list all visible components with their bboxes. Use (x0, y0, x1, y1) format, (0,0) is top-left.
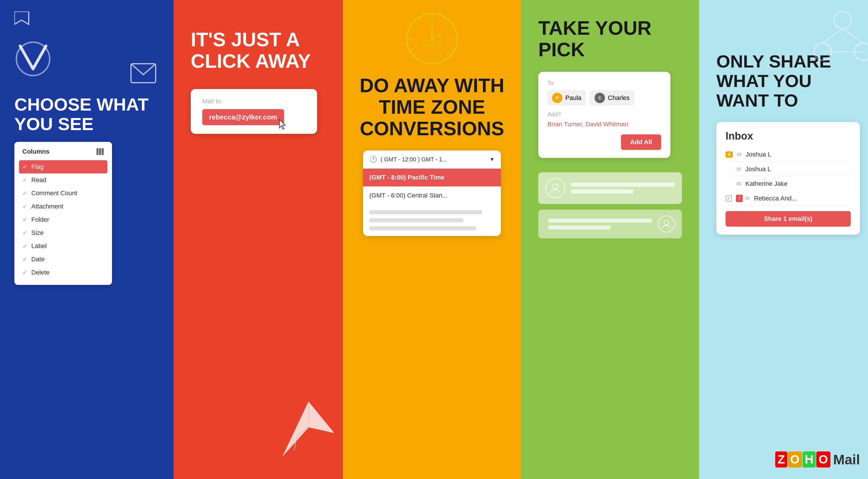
list-item-read[interactable]: ✓ Read (22, 173, 104, 187)
list-item-size[interactable]: ✓ Size (22, 226, 104, 240)
dropdown-arrow-icon: ▼ (490, 157, 495, 163)
envelope-icon-3: ✉ (737, 180, 741, 187)
paper-plane-icon (280, 398, 337, 462)
svg-line-21 (450, 49, 454, 51)
add-label: Add? (548, 111, 661, 118)
zoho-logo: Z O H O (775, 451, 830, 468)
panel4-title: TAKE YOUR PICK (538, 17, 682, 60)
panel-click-away: IT'S JUST A CLICK AWAY Mail to: rebecca@… (174, 0, 343, 479)
list-item-flag[interactable]: ✓ Flag (19, 160, 107, 173)
panel-timezone: TOKYO DO AWAY WITH TIME ZONE CONVERSIONS… (343, 0, 521, 479)
clock-icon: TOKYO (405, 11, 459, 66)
timezone-placeholder-lines (363, 204, 501, 236)
envelope-icon-4: ✉ (745, 195, 750, 202)
zoho-o1: O (788, 451, 802, 468)
to-label: To (548, 80, 661, 87)
inbox-card: Inbox 4 ✉ Joshua L ✉ Joshua L ✉ Katherin… (716, 122, 860, 235)
svg-point-1 (17, 42, 50, 75)
mail-to-card: Mail to: rebecca@zylker.com (191, 89, 317, 134)
svg-marker-0 (14, 11, 29, 24)
columns-icon (96, 148, 104, 156)
panel-share: ONLY SHARE WHAT YOU WANT TO Inbox 4 ✉ Jo… (699, 0, 868, 479)
recipient-paula[interactable]: P Paula (548, 91, 586, 105)
envelope-icon-2: ✉ (737, 166, 741, 172)
panel-take-your-pick: TAKE YOUR PICK To P Paula C Charles Add?… (521, 0, 699, 479)
svg-text:TOKYO: TOKYO (423, 43, 442, 48)
v-logo-icon (14, 40, 52, 77)
svg-line-33 (823, 29, 843, 43)
envelope-icon (130, 63, 156, 83)
svg-point-26 (430, 37, 434, 40)
zoho-o2: O (816, 451, 830, 468)
line-3 (548, 219, 652, 223)
list-item-label[interactable]: ✓ Label (22, 240, 104, 253)
svg-line-12 (415, 22, 418, 25)
svg-line-18 (410, 27, 414, 28)
contact-card-1 (538, 172, 682, 204)
svg-line-34 (843, 29, 863, 43)
share-badge-icon: ⤴ (736, 195, 743, 202)
svg-point-28 (553, 184, 558, 189)
columns-card: Columns ✓ Flag ✓ Read ✓ Comment Count ✓ … (14, 142, 112, 285)
line-1 (571, 183, 675, 187)
inbox-row-2[interactable]: ✉ Joshua L (725, 163, 851, 176)
timezone-card: 🕐 ( GMT - 12:00 ) GMT - 1... ▼ (GMT - 8:… (363, 151, 501, 236)
svg-line-19 (410, 49, 414, 51)
zoho-z: Z (775, 451, 787, 468)
charles-avatar: C (595, 93, 605, 103)
email-badge: rebecca@zylker.com (202, 109, 284, 125)
person-icon-1 (545, 178, 565, 198)
zoho-h: H (803, 451, 816, 468)
panel-choose: CHOOSE WHAT YOU SEE Columns ✓ Flag ✓ Rea… (0, 0, 174, 479)
mail-label-text: Mail (833, 452, 860, 468)
panel1-title: CHOOSE WHAT YOU SEE (14, 95, 159, 134)
suggestions-text: Brian Turner, David Whitman (548, 121, 661, 128)
recipient-charles[interactable]: C Charles (590, 91, 634, 105)
svg-line-17 (442, 17, 444, 21)
zoho-mail-logo: Z O H O Mail (775, 451, 860, 468)
svg-line-25 (432, 33, 442, 39)
timezone-dropdown[interactable]: 🕐 ( GMT - 12:00 ) GMT - 1... ▼ (363, 151, 501, 168)
inbox-title: Inbox (725, 130, 851, 142)
line-2 (571, 190, 633, 194)
mail-to-label: Mail to: (202, 98, 306, 105)
recipients-list: P Paula C Charles (548, 91, 661, 105)
flag-icon (14, 11, 32, 32)
card-lines-2 (548, 219, 652, 229)
timezone-option-pacific[interactable]: (GMT - 8:00) Pacific Time (363, 168, 501, 186)
checkbox-4[interactable]: ✓ (725, 195, 732, 201)
add-all-button[interactable]: Add All (621, 134, 661, 150)
inbox-row-3[interactable]: ✉ Katherine Jake (725, 177, 851, 191)
list-item-attachment[interactable]: ✓ Attachment (22, 200, 104, 213)
share-email-button[interactable]: Share 1 email(s) (725, 211, 851, 227)
contact-card-2 (538, 210, 682, 238)
svg-line-15 (446, 53, 449, 56)
timezone-option-central[interactable]: (GMT - 6:00) Central Stan... (363, 186, 501, 204)
svg-line-23 (442, 57, 444, 61)
card-lines-1 (571, 183, 675, 194)
svg-rect-3 (96, 148, 98, 155)
cursor-icon (278, 118, 288, 131)
svg-rect-4 (99, 148, 101, 155)
list-item-date[interactable]: ✓ Date (22, 253, 104, 266)
inbox-row-1[interactable]: 4 ✉ Joshua L (725, 148, 851, 161)
line-4 (548, 225, 610, 229)
clock-small-icon: 🕐 (369, 156, 377, 163)
recipients-card: To P Paula C Charles Add? Brian Turner, … (538, 72, 671, 158)
inbox-row-4[interactable]: ✓ ⤴ ✉ Rebecca And... (725, 192, 851, 205)
svg-rect-5 (102, 148, 104, 155)
panel2-title: IT'S JUST A CLICK AWAY (191, 29, 326, 72)
list-item-comment-count[interactable]: ✓ Comment Count (22, 187, 104, 200)
svg-line-13 (446, 22, 449, 25)
list-item-delete[interactable]: ✓ Delete (22, 266, 104, 279)
panel3-title: DO AWAY WITH TIME ZONE CONVERSIONS (354, 75, 509, 139)
network-icon (811, 3, 868, 66)
svg-point-30 (834, 11, 851, 29)
paula-avatar: P (552, 93, 562, 103)
svg-line-14 (415, 53, 418, 56)
list-item-folder[interactable]: ✓ Folder (22, 213, 104, 226)
svg-line-20 (450, 27, 454, 28)
card-title: Columns (22, 148, 50, 155)
svg-point-29 (664, 220, 669, 225)
panel4-decorative (538, 172, 682, 238)
